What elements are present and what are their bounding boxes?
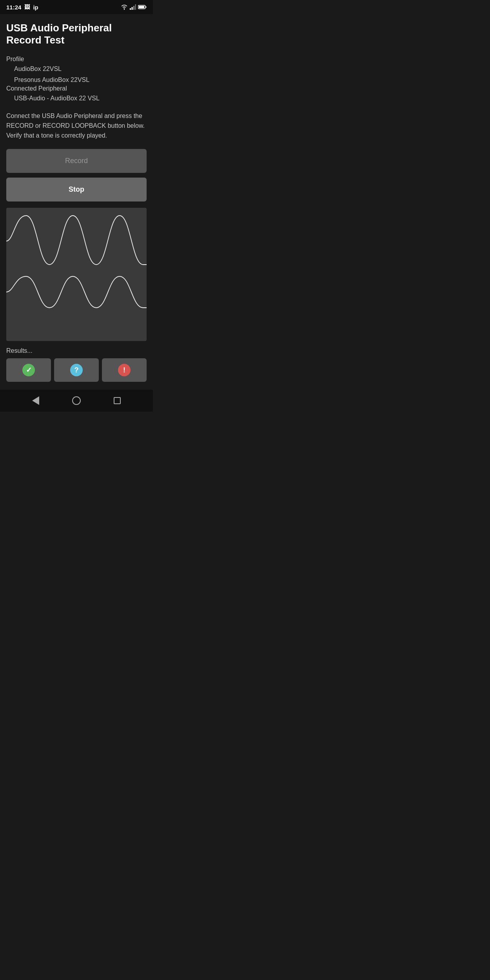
results-buttons: ✓ ? !	[6, 358, 147, 382]
result-info-button[interactable]: ?	[54, 358, 99, 382]
home-button[interactable]	[72, 396, 81, 405]
nav-bar	[0, 390, 153, 412]
profile-label: Profile	[6, 56, 147, 63]
result-danger-button[interactable]: !	[102, 358, 147, 382]
svg-rect-1	[130, 8, 131, 10]
exclaim-icon: !	[118, 364, 131, 376]
time-display: 11:24	[6, 4, 21, 11]
instruction-text: Connect the USB Audio Peripheral and pre…	[6, 111, 147, 140]
svg-rect-3	[133, 6, 134, 10]
signal-icon	[130, 4, 136, 10]
svg-point-0	[124, 9, 125, 10]
back-icon	[32, 396, 39, 405]
check-icon: ✓	[22, 364, 35, 376]
question-icon: ?	[70, 364, 83, 376]
status-left: 11:24 🖼 ip	[6, 4, 38, 11]
recent-button[interactable]	[114, 397, 121, 404]
ip-label: ip	[33, 4, 38, 11]
back-button[interactable]	[32, 396, 39, 405]
profile-name: AudioBox 22VSL	[6, 64, 147, 74]
svg-rect-7	[139, 6, 144, 8]
svg-rect-4	[135, 4, 136, 10]
peripheral-name: USB-Audio - AudioBox 22 VSL	[6, 93, 147, 103]
main-content: USB Audio Peripheral Record Test Profile…	[0, 14, 153, 390]
profile-subname: Presonus AudioBox 22VSL	[6, 74, 147, 85]
photo-icon: 🖼	[24, 4, 30, 10]
battery-icon	[138, 5, 147, 9]
result-success-button[interactable]: ✓	[6, 358, 51, 382]
results-label: Results...	[6, 347, 147, 354]
svg-rect-6	[146, 6, 147, 8]
waveform-display	[6, 208, 147, 341]
peripheral-label: Connected Peripheral	[6, 85, 147, 92]
recent-icon	[114, 397, 121, 404]
profile-section: Profile AudioBox 22VSL Presonus AudioBox…	[6, 56, 147, 103]
wifi-icon	[121, 4, 128, 10]
stop-button[interactable]: Stop	[6, 178, 147, 201]
record-button[interactable]: Record	[6, 149, 147, 173]
svg-rect-2	[132, 7, 133, 10]
page-title: USB Audio Peripheral Record Test	[6, 22, 147, 46]
home-icon	[72, 396, 81, 405]
status-icons	[121, 4, 147, 10]
status-bar: 11:24 🖼 ip	[0, 0, 153, 14]
